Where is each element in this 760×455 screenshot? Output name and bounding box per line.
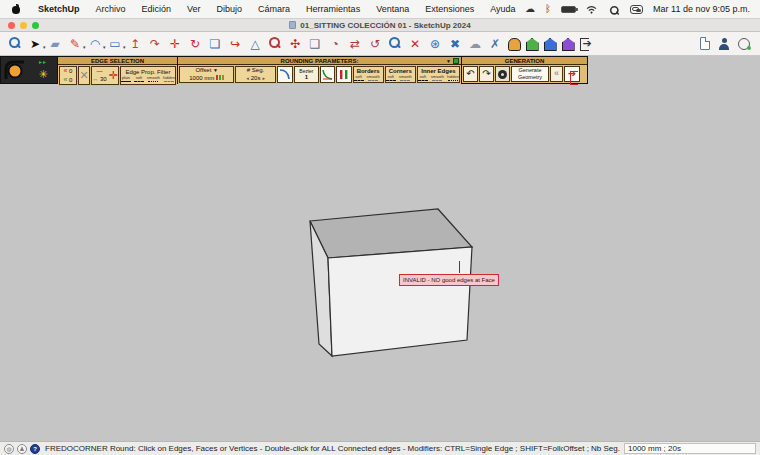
fredo-bevel-icon[interactable]	[544, 38, 557, 51]
document-proxy-icon[interactable]	[289, 21, 296, 29]
params-dropdown-icon[interactable]: ▼	[446, 57, 451, 65]
look-around-icon[interactable]: ⇄	[347, 35, 364, 52]
line-sample[interactable]	[354, 80, 364, 81]
line-sample[interactable]	[368, 80, 378, 81]
offset-cell[interactable]: Offset ▼ 1000 mm	[179, 66, 234, 83]
minus-icon[interactable]: —	[96, 68, 102, 76]
line-sample[interactable]	[386, 80, 396, 81]
edge-width-cell[interactable]: — ↔ 30 ✛	[91, 66, 119, 85]
add-collaborator-icon[interactable]	[718, 38, 730, 50]
menu-item[interactable]: Ayuda	[482, 4, 523, 14]
menu-item[interactable]: Edición	[134, 4, 180, 14]
zoom-icon[interactable]	[387, 35, 404, 52]
line-sample[interactable]	[400, 80, 410, 81]
edge-style-cell[interactable]: Cornerssoftsmooth	[385, 66, 416, 83]
dimension-icon[interactable]: ❑	[307, 35, 324, 52]
preview-button[interactable]	[495, 66, 510, 82]
fredocorner-logo-icon[interactable]	[1, 57, 29, 83]
fredo-round-corner-icon[interactable]	[508, 38, 521, 51]
exit-tool-button[interactable]: ➔	[564, 66, 580, 82]
fredo-sharp-corner-icon[interactable]	[526, 38, 539, 51]
wifi-icon[interactable]	[586, 5, 597, 14]
menu-clock[interactable]: Mar 11 de nov 9:05 p.m.	[653, 4, 750, 14]
menu-item[interactable]: Dibujo	[209, 4, 251, 14]
help-icon[interactable]: ?	[30, 444, 40, 454]
segments-value[interactable]: 20s	[251, 75, 261, 83]
orbit-icon[interactable]: ⊛	[427, 35, 444, 52]
new-document-icon[interactable]	[700, 37, 710, 50]
selection-counts[interactable]: « 0 « 0	[59, 66, 77, 85]
undo-button[interactable]: ↶	[463, 66, 478, 82]
round-profile-button[interactable]	[277, 66, 293, 83]
push-pull-icon[interactable]: ↥	[127, 35, 144, 52]
offset-value[interactable]: 1000 mm	[189, 75, 214, 81]
icloud-icon[interactable]: ☁	[525, 4, 535, 14]
pan-icon[interactable]: ↺	[367, 35, 384, 52]
scale-icon[interactable]: ❏	[207, 35, 224, 52]
line-sample[interactable]	[432, 80, 442, 81]
clear-selection-button[interactable]: ✕	[78, 66, 91, 85]
edge-style-cell[interactable]: Borderssoftsmooth	[353, 66, 384, 83]
concave-profile-button[interactable]	[320, 66, 335, 83]
line-sample[interactable]	[164, 81, 174, 82]
follow-me-icon[interactable]: ↷	[147, 35, 164, 52]
claim-credit-icon[interactable]: ♟	[17, 444, 27, 454]
menu-item[interactable]: Ventana	[368, 4, 417, 14]
clouds-icon[interactable]: ☁	[467, 35, 484, 52]
bluetooth-icon[interactable]: ᛒ	[545, 4, 551, 14]
save-preset-icon[interactable]	[453, 58, 459, 64]
offset-icon[interactable]: ↪	[227, 35, 244, 52]
axes-icon[interactable]: △	[247, 35, 264, 52]
position-camera-icon[interactable]	[267, 35, 284, 52]
select-icon[interactable]: ➤▾	[27, 35, 44, 52]
zoom-extents-icon[interactable]: ✕	[407, 35, 424, 52]
model-viewport[interactable]: INVALID - NO good edges at Face	[0, 56, 760, 441]
edge-prop-filter[interactable]: Edge Prop. Filter plain soft smooth hidd…	[120, 66, 176, 85]
rectangle-icon[interactable]: ▭▾	[107, 35, 124, 52]
step-back-button[interactable]: «	[550, 66, 563, 82]
edge-style-cell[interactable]: Inner Edgessoftsmoothhidden	[417, 66, 460, 83]
line-sample[interactable]	[121, 81, 131, 82]
walk-icon[interactable]: ✣	[287, 35, 304, 52]
account-avatar-icon[interactable]	[738, 38, 750, 50]
eraser-icon[interactable]: ▰	[47, 35, 64, 52]
protractor-icon[interactable]: ◔	[327, 35, 344, 52]
menu-item[interactable]: Herramientas	[298, 4, 368, 14]
add-selection-icon[interactable]: ✛	[109, 69, 118, 83]
generate-geometry-button[interactable]: Generate Geometry	[511, 66, 549, 82]
hide-rest-icon[interactable]: ✗	[487, 35, 504, 52]
exit-plugin-icon[interactable]: ➔	[579, 35, 596, 52]
preset-play-icons[interactable]: ▸▸	[39, 57, 47, 67]
line-sample[interactable]	[418, 80, 428, 81]
fredo-chamfer-icon[interactable]	[562, 38, 575, 51]
line-sample[interactable]	[134, 81, 144, 82]
move-icon[interactable]: ✛	[167, 35, 184, 52]
menu-item[interactable]: Extensiones	[417, 4, 482, 14]
spotlight-icon[interactable]	[608, 4, 618, 14]
menu-item[interactable]: SketchUp	[30, 4, 88, 14]
battery-icon[interactable]	[561, 6, 576, 13]
line-icon[interactable]: ✎▾	[67, 35, 84, 52]
bezier-button[interactable]: Bezier 1	[294, 66, 319, 83]
segments-cell[interactable]: # Seg. ◂ 20s ▸	[235, 66, 275, 83]
control-center-icon[interactable]	[630, 5, 643, 14]
menu-item[interactable]: Archivo	[88, 4, 134, 14]
apple-menu-icon[interactable]	[12, 5, 21, 14]
menu-item[interactable]: Ver	[179, 4, 209, 14]
straight-profile-button[interactable]	[336, 66, 351, 83]
offset-dropdown-icon[interactable]: ▼	[213, 67, 218, 73]
arc-icon[interactable]: ◠▾	[87, 35, 104, 52]
zoom-tool-icon[interactable]	[7, 35, 24, 52]
seg-increment-icon[interactable]: ▸	[262, 75, 265, 81]
menu-item[interactable]: Cámara	[250, 4, 298, 14]
line-sample[interactable]	[148, 81, 158, 82]
line-sample[interactable]	[448, 80, 458, 81]
box-front-face[interactable]	[328, 247, 472, 356]
vcb-input[interactable]: 1000 mm ; 20s	[624, 443, 756, 454]
seg-decrement-icon[interactable]: ◂	[246, 75, 249, 81]
geolocation-icon[interactable]: ◍	[4, 444, 14, 454]
settings-gear-icon[interactable]: ✳	[38, 67, 47, 81]
redo-button[interactable]: ↷	[479, 66, 494, 82]
x-ray-icon[interactable]: ✖	[447, 35, 464, 52]
rotate-icon[interactable]: ↻	[187, 35, 204, 52]
